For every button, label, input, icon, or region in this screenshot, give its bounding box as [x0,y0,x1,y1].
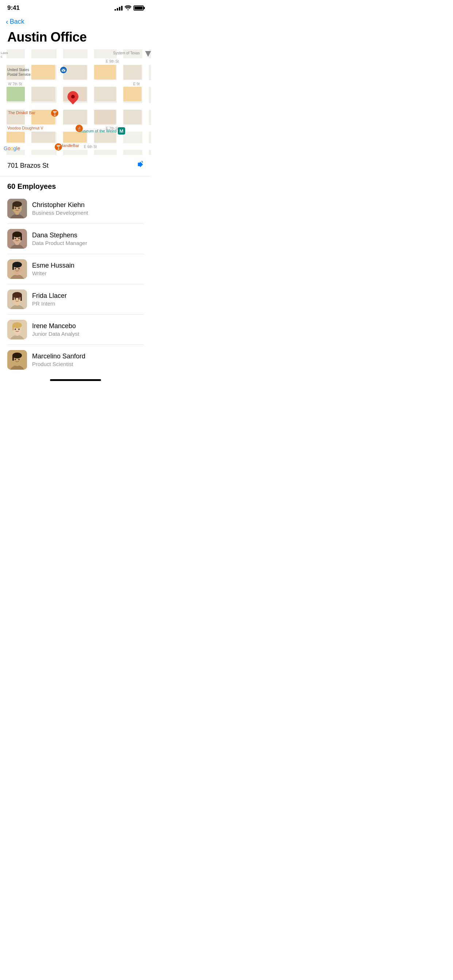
svg-point-25 [14,238,16,239]
driskill-pin-icon: 🍸 [51,110,58,119]
avatar-esme [7,259,27,279]
street-label-lava: Lavac [1,51,8,58]
svg-rect-24 [21,234,22,240]
back-button[interactable]: ‹ Back [6,18,144,26]
employee-info: Frida Llacer PR Intern [32,292,144,307]
handlebar-pin-icon: 🍸 [55,143,62,153]
employee-info: Christopher Kiehn Business Development [32,201,144,216]
street-label-e6th: E 6th St [84,145,97,149]
employee-name: Frida Llacer [32,292,144,300]
avatar-frida [7,290,27,309]
street-label-system: System of Texas [113,51,140,55]
svg-point-34 [18,268,20,269]
employee-title: Junior Data Analyst [32,331,144,337]
employees-count: 60 Employees [7,182,56,190]
svg-point-52 [14,328,16,330]
employee-info: Marcelino Sanford Product Scientist [32,353,144,367]
avatar-christopher [7,199,27,218]
svg-point-60 [14,359,16,360]
employee-title: PR Intern [32,301,144,307]
poi-usps: United StatesPostal Service [7,67,30,77]
employee-item[interactable]: Christopher Kiehn Business Development [7,194,144,224]
street-label-w7th: W 7th St [8,82,22,86]
poi-voodoo: Voodoo Doughnut V [7,126,43,130]
svg-text:🍸: 🍸 [56,145,61,150]
svg-rect-45 [18,298,20,298]
svg-rect-51 [13,325,14,330]
status-bar: 9:41 [0,0,151,14]
svg-point-61 [18,359,20,360]
svg-rect-41 [21,295,22,301]
museum-pin-icon: M [118,127,126,138]
status-time: 9:41 [7,5,20,12]
poi-driskill: The Driskill Bar [8,110,35,115]
street-label-e9r: E 9t [133,82,140,86]
avatar-dana [7,229,27,249]
status-icons [115,5,144,11]
svg-rect-40 [13,295,14,300]
poi-handlebar: HandleBar [60,143,79,148]
svg-text:🍸: 🍸 [52,110,57,116]
back-label: Back [10,18,24,25]
employee-item[interactable]: Irene Mancebo Junior Data Analyst [7,315,144,345]
svg-point-42 [14,298,16,300]
svg-point-53 [18,328,20,330]
google-logo: Google [4,145,20,151]
page-title-section: Austin Office [0,27,151,49]
voodoo-pin-icon: 🍴 [75,125,83,135]
svg-text:🍴: 🍴 [77,126,82,131]
signal-icon [115,6,123,11]
poi-museum: Museum of the Weird [78,129,116,133]
avatar-marcelino [7,350,27,370]
address-section: 701 Brazos St [0,155,151,177]
svg-point-43 [18,298,20,300]
directions-icon[interactable] [135,160,144,171]
employee-title: Writer [32,270,144,276]
address-text: 701 Brazos St [7,162,48,170]
location-pin [67,91,78,106]
svg-rect-44 [14,298,16,298]
employee-title: Business Development [32,210,144,216]
svg-rect-59 [13,355,14,361]
street-label-e9th: E 9th St [106,59,119,64]
svg-point-33 [14,268,16,269]
employee-item[interactable]: Frida Llacer PR Intern [7,285,144,315]
svg-rect-32 [13,265,14,270]
employee-name: Irene Mancebo [32,322,144,330]
home-indicator [0,375,151,384]
employee-info: Dana Stephens Data Product Manager [32,232,144,246]
employee-item[interactable]: Dana Stephens Data Product Manager [7,224,144,254]
map-container[interactable]: E 9th St W 7th St E 7th St E 6th St Syst… [0,49,151,155]
employee-name: Dana Stephens [32,232,144,239]
employee-list: Christopher Kiehn Business Development [0,194,151,375]
employee-title: Product Scientist [32,361,144,367]
avatar-irene [7,320,27,339]
employee-name: Marcelino Sanford [32,353,144,360]
map-background: E 9th St W 7th St E 7th St E 6th St Syst… [0,49,151,155]
employees-header: 60 Employees [0,177,151,194]
battery-icon [134,5,144,11]
svg-rect-23 [13,234,14,240]
svg-point-16 [14,207,16,209]
employee-info: Esme Hussain Writer [32,262,144,276]
employee-item[interactable]: Esme Hussain Writer [7,254,144,285]
employee-info: Irene Mancebo Junior Data Analyst [32,322,144,337]
back-chevron-icon: ‹ [6,18,8,26]
wifi-icon [125,5,131,11]
employee-name: Christopher Kiehn [32,201,144,209]
usps-pin-icon [60,67,67,76]
home-bar [50,379,101,381]
svg-rect-15 [13,204,14,209]
svg-point-17 [18,207,20,209]
page-title: Austin Office [7,30,144,45]
employee-item[interactable]: Marcelino Sanford Product Scientist [7,345,144,375]
nav-back: ‹ Back [0,14,151,27]
employee-name: Esme Hussain [32,262,144,269]
svg-point-26 [18,238,20,239]
employee-title: Data Product Manager [32,240,144,246]
svg-text:M: M [120,128,124,134]
